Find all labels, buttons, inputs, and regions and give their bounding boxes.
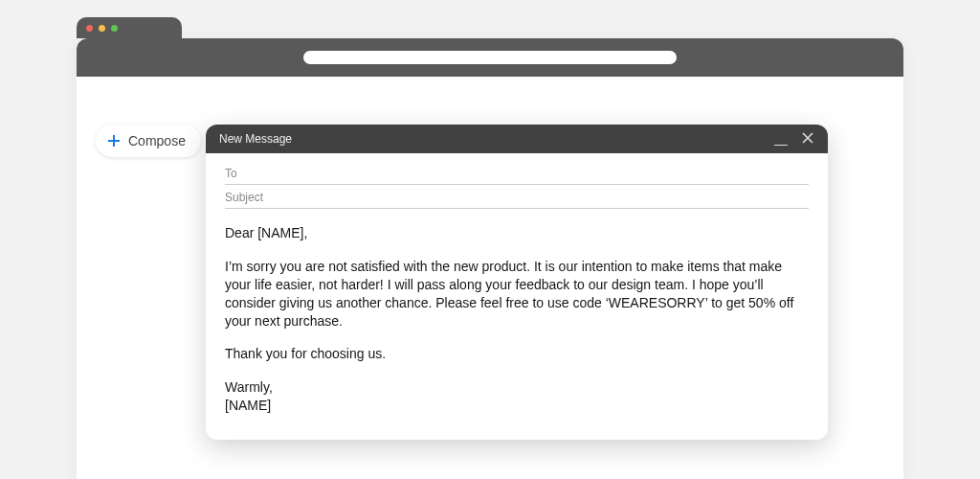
browser-window: Compose New Message To Subject Dear [NAM…: [77, 38, 903, 479]
signature-line: [NAME]: [225, 397, 809, 415]
compose-label: Compose: [128, 133, 186, 148]
greeting-line: Dear [NAME],: [225, 224, 809, 242]
to-label: To: [225, 167, 237, 180]
traffic-maximize-icon[interactable]: [111, 25, 118, 32]
tab-strip: [77, 17, 182, 38]
traffic-minimize-icon[interactable]: [99, 25, 105, 32]
minimize-icon[interactable]: [774, 132, 788, 146]
plus-icon: [105, 132, 122, 149]
subject-field[interactable]: Subject: [225, 185, 809, 209]
signoff-line: Warmly,: [225, 378, 809, 397]
new-message-title: New Message: [219, 132, 292, 146]
body-paragraph-1: I’m sorry you are not satisfied with the…: [225, 258, 809, 331]
new-message-window: New Message To Subject Dear [NAME], I’m …: [206, 125, 828, 440]
compose-button[interactable]: Compose: [96, 125, 201, 157]
browser-tab[interactable]: [77, 17, 182, 38]
subject-label: Subject: [225, 191, 263, 204]
url-bar: [77, 38, 903, 77]
new-message-header[interactable]: New Message: [206, 125, 828, 153]
message-body-text[interactable]: Dear [NAME], I’m sorry you are not satis…: [225, 209, 809, 415]
new-message-body: To Subject Dear [NAME], I’m sorry you ar…: [206, 153, 828, 440]
to-field[interactable]: To: [225, 161, 809, 185]
close-icon[interactable]: [801, 131, 814, 148]
body-paragraph-2: Thank you for choosing us.: [225, 345, 809, 363]
traffic-close-icon[interactable]: [86, 25, 93, 32]
url-input[interactable]: [303, 51, 677, 64]
